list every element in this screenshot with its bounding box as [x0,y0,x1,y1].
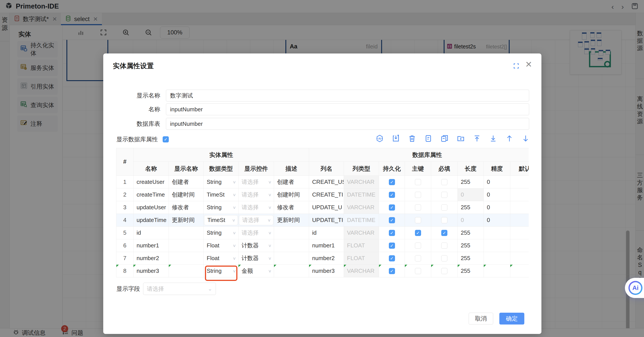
cell-display-control[interactable]: 请选择∨ [238,188,274,201]
field-input-数据库表[interactable]: inputNumber [166,118,529,130]
cell-default[interactable] [510,239,529,252]
unchecked-checkbox[interactable] [415,204,421,210]
cell-precision[interactable]: 0 [484,214,510,226]
cell-persistent[interactable]: ✓ [379,265,405,278]
checked-checkbox[interactable]: ✓ [389,255,395,262]
document-icon[interactable] [424,134,432,142]
checked-checkbox[interactable]: ✓ [389,192,395,198]
cell-primary-key[interactable]: ✓ [405,226,431,239]
cell-name[interactable]: createUser [134,176,169,188]
cell-required[interactable] [431,214,458,226]
cell-primary-key[interactable] [405,239,431,252]
cell-column-name[interactable]: number3 [309,265,344,278]
fullscreen-icon[interactable] [513,63,520,70]
cell-data-type[interactable]: String∨ [204,201,238,214]
unchecked-checkbox[interactable] [415,242,421,249]
checked-checkbox[interactable]: ✓ [389,242,395,249]
unchecked-checkbox[interactable] [415,179,421,185]
cell-length[interactable]: 255 [458,265,484,278]
cell-length[interactable]: 255 [458,252,484,265]
cell-precision[interactable]: 0 [484,188,510,201]
cell-display-name[interactable]: 修改者 [169,201,204,214]
cell-data-type[interactable]: String∨ [204,226,238,239]
move-top-icon[interactable] [473,134,481,142]
cell-display-control[interactable]: 请选择∨ [238,226,274,239]
cell-column-name[interactable]: number2 [309,252,344,265]
cell-primary-key[interactable] [405,252,431,265]
cell-persistent[interactable]: ✓ [379,226,405,239]
cell-description[interactable]: 创建者 [274,176,309,188]
cell-name[interactable]: number1 [134,239,169,252]
close-icon[interactable]: ✕ [525,60,532,69]
cell-default[interactable] [510,252,529,265]
cell-precision[interactable] [484,252,510,265]
unchecked-checkbox[interactable] [441,242,448,249]
cell-display-control[interactable]: 请选择∨ [238,176,274,188]
cell-display-control[interactable]: 金额∨ [238,265,274,278]
cell-primary-key[interactable] [405,176,431,188]
cell-required[interactable] [431,188,458,201]
cell-data-type[interactable]: String∨ [204,176,238,188]
cell-description[interactable] [274,265,309,278]
cell-display-control[interactable]: 请选择∨ [238,201,274,214]
cell-name[interactable]: updateUser [134,201,169,214]
import-icon[interactable] [392,134,400,142]
unchecked-checkbox[interactable] [441,255,448,262]
checked-checkbox[interactable]: ✓ [389,204,395,210]
cell-required[interactable] [431,201,458,214]
cell-description[interactable] [274,239,309,252]
copy-icon[interactable] [440,134,448,142]
move-down-icon[interactable] [522,134,530,142]
cell-persistent[interactable]: ✓ [379,252,405,265]
cell-display-name[interactable]: 创建时间 [169,188,204,201]
cell-column-name[interactable]: UPDATE_TI [309,214,344,226]
cell-display-name[interactable] [169,252,204,265]
cell-display-control[interactable]: 计数器∨ [238,239,274,252]
cell-name[interactable]: updateTime [134,214,169,226]
cell-display-control[interactable]: 请选择∨ [238,214,274,226]
cell-column-name[interactable]: id [309,226,344,239]
cell-precision[interactable] [484,226,510,239]
cell-column-name[interactable]: CREATE_TI [309,188,344,201]
cell-display-control[interactable]: 计数器∨ [238,252,274,265]
move-bottom-icon[interactable] [489,134,497,142]
checked-checkbox[interactable]: ✓ [389,230,395,236]
cell-description[interactable]: 修改者 [274,201,309,214]
cell-primary-key[interactable] [405,265,431,278]
cell-name[interactable]: createTime [134,188,169,201]
cell-default[interactable] [510,201,529,214]
cell-required[interactable] [431,176,458,188]
cell-data-type[interactable]: TimeSt∨ [204,214,238,226]
cell-display-name[interactable] [169,239,204,252]
cell-display-name[interactable]: 更新时间 [169,214,204,226]
cell-length[interactable]: 255 [458,226,484,239]
cell-precision[interactable] [484,239,510,252]
cell-column-name[interactable]: CREATE_US [309,176,344,188]
cell-required[interactable] [431,239,458,252]
cell-default[interactable] [510,188,529,201]
cell-length[interactable]: 0 [458,214,484,226]
cell-precision[interactable]: 0 [484,176,510,188]
field-input-显示名称[interactable]: 数字测试 [166,90,529,102]
cell-required[interactable] [431,265,458,278]
ai-assistant-button[interactable]: Ai [625,278,644,298]
cell-name[interactable]: id [134,226,169,239]
cell-primary-key[interactable] [405,214,431,226]
cell-precision[interactable] [484,265,510,278]
cell-persistent[interactable]: ✓ [379,239,405,252]
cell-description[interactable] [274,226,309,239]
cell-data-type[interactable]: Float∨ [204,252,238,265]
cell-required[interactable] [431,252,458,265]
cell-description[interactable]: 更新时间 [274,214,309,226]
ok-button[interactable]: 确定 [499,313,524,324]
cell-persistent[interactable]: ✓ [379,214,405,226]
cell-length[interactable]: 255 [458,176,484,188]
unchecked-checkbox[interactable] [441,217,448,223]
cell-persistent[interactable]: ✓ [379,188,405,201]
cell-description[interactable] [274,252,309,265]
cell-length[interactable]: 255 [458,239,484,252]
cell-primary-key[interactable] [405,201,431,214]
add-folder-icon[interactable] [457,134,465,142]
unchecked-checkbox[interactable] [415,268,421,274]
cell-display-name[interactable]: 创建者 [169,176,204,188]
